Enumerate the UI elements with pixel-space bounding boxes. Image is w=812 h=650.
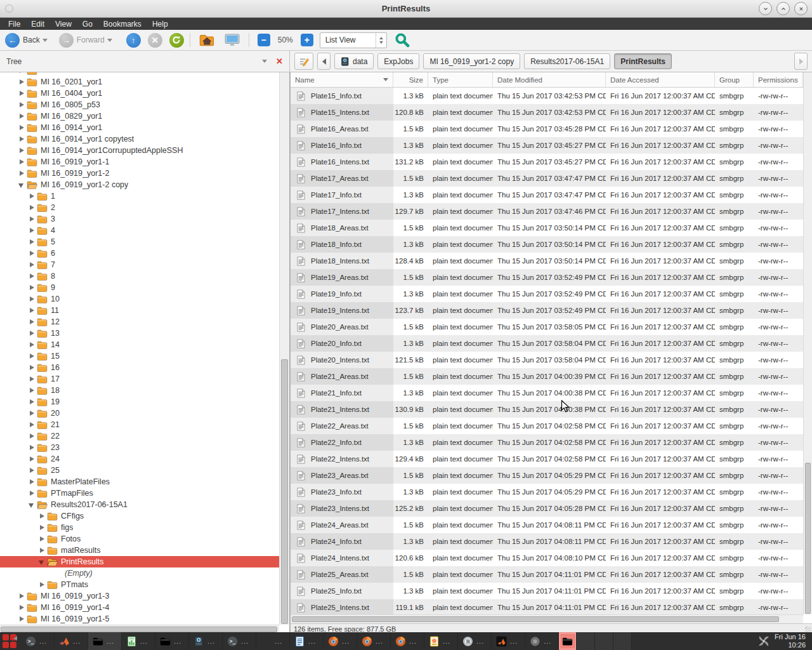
- file-row-plate25-areas-txt[interactable]: Plate25_Areas.txt1.5 kBplain text docume…: [291, 566, 803, 583]
- tree-item-mi-16-0919-yor1-5[interactable]: MI 16_0919_yor1-5: [0, 613, 279, 625]
- expand-expander-icon[interactable]: [28, 261, 36, 269]
- edit-location-button[interactable]: [294, 53, 313, 70]
- expand-expander-icon[interactable]: [18, 124, 25, 131]
- minimize-button[interactable]: [759, 2, 772, 15]
- taskbar-window-app-gray[interactable]: ...: [525, 632, 559, 650]
- tree-item-1[interactable]: 1: [0, 190, 279, 202]
- clock-area[interactable]: Fri Jun 16 10:26: [757, 633, 812, 649]
- expand-expander-icon[interactable]: [18, 615, 25, 623]
- column-header-size[interactable]: Size: [393, 72, 428, 87]
- expand-expander-icon[interactable]: [28, 398, 36, 406]
- taskbar-window-calc[interactable]: ...: [122, 632, 155, 650]
- collapse-expander-icon[interactable]: [38, 558, 46, 566]
- list-vertical-scrollbar[interactable]: [803, 72, 812, 614]
- file-row-plate21-intens-txt[interactable]: Plate21_Intens.txt130.9 kBplain text doc…: [291, 401, 803, 418]
- tree-item-mi-16-0919-yor1-2[interactable]: MI 16_0919_yor1-2: [0, 168, 279, 179]
- tree-item-mi-16-0805-p53[interactable]: MI 16_0805_p53: [0, 99, 279, 110]
- tree-item-masterplatefiles[interactable]: MasterPlateFiles: [0, 476, 279, 488]
- tree-item-9[interactable]: 9: [0, 282, 279, 293]
- back-label[interactable]: Back: [23, 36, 40, 44]
- expand-expander-icon[interactable]: [38, 535, 46, 543]
- expand-expander-icon[interactable]: [18, 90, 25, 97]
- zoom-in-button[interactable]: +: [301, 34, 313, 46]
- expand-expander-icon[interactable]: [28, 375, 36, 383]
- file-row-plate17-intens-txt[interactable]: Plate17_Intens.txt129.7 kBplain text doc…: [291, 203, 803, 220]
- taskbar-window-firefox[interactable]: ...: [357, 632, 391, 650]
- expand-expander-icon[interactable]: [18, 592, 25, 600]
- applications-menu-icon[interactable]: [2, 633, 18, 649]
- home-button[interactable]: [199, 33, 214, 47]
- column-header-permissions[interactable]: Permissions: [754, 72, 803, 87]
- breadcrumb-printresults[interactable]: PrintResults: [614, 53, 672, 69]
- refresh-button[interactable]: [169, 33, 184, 48]
- tree-item-16[interactable]: 16: [0, 362, 279, 373]
- up-button[interactable]: ↑: [126, 33, 141, 48]
- tree-item-19[interactable]: 19: [0, 396, 279, 408]
- expand-expander-icon[interactable]: [38, 581, 46, 588]
- expand-expander-icon[interactable]: [28, 444, 36, 451]
- file-row-plate16-areas-txt[interactable]: Plate16_Areas.txt1.5 kBplain text docume…: [291, 121, 803, 137]
- expand-expander-icon[interactable]: [28, 364, 36, 371]
- tree-item-22[interactable]: 22: [0, 430, 279, 442]
- file-row-plate23-intens-txt[interactable]: Plate23_Intens.txt125.2 kBplain text doc…: [291, 500, 803, 517]
- breadcrumb-results2017-06-15a1[interactable]: Results2017-06-15A1: [524, 53, 610, 69]
- file-row-plate19-intens-txt[interactable]: Plate19_Intens.txt123.7 kBplain text doc…: [291, 302, 803, 319]
- tree-horizontal-scrollbar-thumb[interactable]: [1, 627, 277, 632]
- expand-expander-icon[interactable]: [28, 455, 36, 463]
- file-row-plate17-areas-txt[interactable]: Plate17_Areas.txt1.5 kBplain text docume…: [291, 170, 803, 187]
- taskbar-window-terminal[interactable]: ...: [21, 632, 55, 650]
- expand-expander-icon[interactable]: [18, 112, 25, 120]
- tree-item-mi-16-0914-yor1corrupuptedapplessh[interactable]: MI 16_0914_yor1CorrupuptedAppleSSH: [0, 145, 279, 156]
- file-row-plate23-areas-txt[interactable]: Plate23_Areas.txt1.5 kBplain text docume…: [291, 467, 803, 484]
- expand-expander-icon[interactable]: [28, 307, 36, 314]
- taskbar-window-libreoffice[interactable]: ...: [458, 632, 492, 650]
- close-button[interactable]: [794, 2, 808, 15]
- file-row-plate22-areas-txt[interactable]: Plate22_Areas.txt1.5 kBplain text docume…: [291, 418, 803, 434]
- file-row-plate21-info-txt[interactable]: Plate21_Info.txt1.3 kBplain text documen…: [291, 385, 803, 401]
- file-row-plate15-info-txt[interactable]: Plate15_Info.txt1.3 kBplain text documen…: [291, 88, 803, 104]
- tree-item-cffigs[interactable]: CFfigs: [0, 510, 279, 522]
- expand-expander-icon[interactable]: [28, 192, 36, 200]
- breadcrumb-mi-16-0919-yor1-2-copy[interactable]: MI 16_0919_yor1-2 copy: [423, 53, 520, 69]
- file-row-plate21-areas-txt[interactable]: Plate21_Areas.txt1.5 kBplain text docume…: [291, 368, 803, 385]
- tree-item-mi-16-0919-yor1-1[interactable]: MI 16_0919_yor1-1: [0, 156, 279, 168]
- file-row-plate20-intens-txt[interactable]: Plate20_Intens.txt121.5 kBplain text doc…: [291, 352, 803, 368]
- taskbar-window-folder-brown[interactable]: ...: [256, 632, 290, 650]
- tree-item-mi-16-0201-yor1[interactable]: MI 16_0201_yor1: [0, 76, 279, 88]
- collapse-expander-icon[interactable]: [28, 501, 36, 508]
- taskbar-window-firefox[interactable]: ...: [324, 632, 357, 650]
- taskbar-window-firefox[interactable]: ...: [391, 632, 424, 650]
- stop-button[interactable]: ✕: [148, 33, 162, 48]
- computer-button[interactable]: [225, 33, 240, 47]
- file-row-plate20-info-txt[interactable]: Plate20_Info.txt1.3 kBplain text documen…: [291, 335, 803, 352]
- back-dropdown-icon[interactable]: [43, 39, 48, 42]
- tree-item-5[interactable]: 5: [0, 236, 279, 248]
- expand-expander-icon[interactable]: [28, 284, 36, 291]
- tree-item-25[interactable]: 25: [0, 465, 279, 476]
- maximize-button[interactable]: [776, 2, 790, 15]
- expand-expander-icon[interactable]: [28, 227, 36, 234]
- side-pane-close-icon[interactable]: ✕: [276, 56, 283, 66]
- file-row-plate24-areas-txt[interactable]: Plate24_Areas.txt1.5 kBplain text docume…: [291, 517, 803, 533]
- tree-item-figs[interactable]: figs: [0, 522, 279, 533]
- expand-expander-icon[interactable]: [28, 421, 36, 428]
- expand-expander-icon[interactable]: [28, 409, 36, 417]
- expand-expander-icon[interactable]: [28, 432, 36, 440]
- tree-item-mi-16-0404-yor1[interactable]: MI 16_0404_yor1: [0, 88, 279, 99]
- tree-item-7[interactable]: 7: [0, 259, 279, 270]
- taskbar-window-drive[interactable]: ...: [189, 632, 223, 650]
- column-header-name[interactable]: Name: [291, 72, 393, 87]
- tree-item--empty-[interactable]: (Empty): [0, 567, 279, 579]
- tree-item-ptmats[interactable]: PTmats: [0, 579, 279, 590]
- expand-expander-icon[interactable]: [28, 215, 36, 223]
- menu-help[interactable]: Help: [150, 20, 171, 29]
- expand-expander-icon[interactable]: [28, 478, 36, 486]
- column-header-type[interactable]: Type: [428, 72, 493, 87]
- tree-item-matresults[interactable]: matResults: [0, 545, 279, 556]
- tree-item-mi-16-0919-yor1-4[interactable]: MI 16_0919_yor1-4: [0, 602, 279, 613]
- tree-item-mi-16-0919-yor1-2-copy[interactable]: MI 16_0919_yor1-2 copy: [0, 179, 279, 190]
- list-horizontal-scrollbar-thumb[interactable]: [292, 616, 779, 622]
- tree-item-printresults[interactable]: PrintResults: [0, 556, 279, 567]
- back-button[interactable]: ←: [5, 33, 20, 48]
- file-row-plate23-info-txt[interactable]: Plate23_Info.txt1.3 kBplain text documen…: [291, 484, 803, 500]
